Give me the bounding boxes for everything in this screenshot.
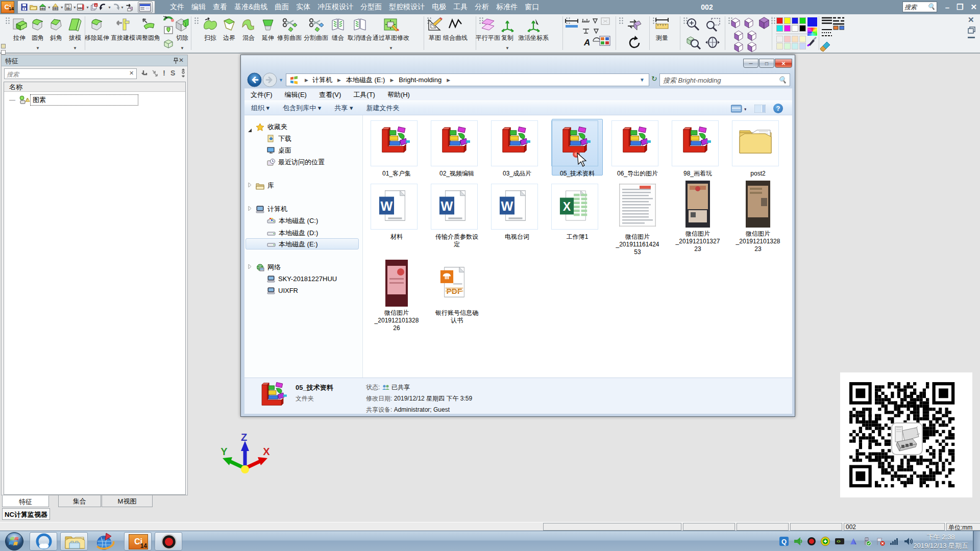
svg-text:HH: HH xyxy=(78,7,83,10)
svg-text:X: X xyxy=(263,446,270,457)
svg-text:Q: Q xyxy=(781,538,787,545)
svg-text:Z: Z xyxy=(241,432,247,443)
svg-text:HH: HH xyxy=(40,7,45,10)
svg-text:HH: HH xyxy=(53,7,58,10)
svg-text:X: X xyxy=(563,200,571,213)
svg-text:!: ! xyxy=(27,98,28,102)
svg-text:Y: Y xyxy=(220,446,228,457)
svg-text:A: A xyxy=(583,38,590,47)
svg-text:HH: HH xyxy=(66,7,71,10)
svg-text:▾: ▾ xyxy=(744,107,746,112)
svg-text:W: W xyxy=(501,199,513,213)
svg-text:W: W xyxy=(441,199,453,213)
svg-text:W: W xyxy=(381,199,393,213)
